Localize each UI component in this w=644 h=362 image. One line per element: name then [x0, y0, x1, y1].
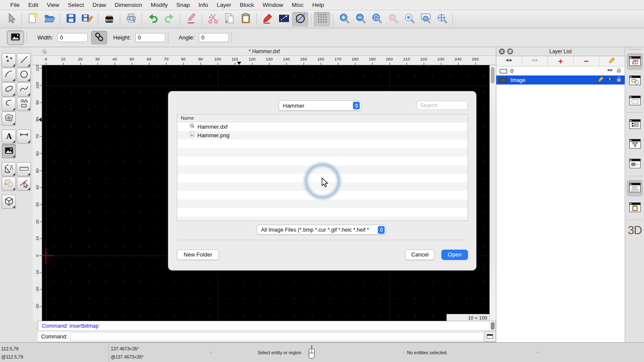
menu-info[interactable]: Info: [194, 0, 213, 10]
search-input[interactable]: [417, 101, 468, 110]
layer-row-0[interactable]: 0: [496, 66, 625, 75]
laser-panel-button[interactable]: [627, 156, 643, 172]
link-dimensions-button[interactable]: [91, 31, 107, 45]
line-tool-button[interactable]: [17, 53, 31, 67]
solid-tool-button[interactable]: [2, 195, 16, 209]
command-line-panel-button[interactable]: [627, 180, 643, 196]
show-all-eye-button[interactable]: [496, 56, 522, 66]
dock-drag-handle[interactable]: [629, 49, 641, 50]
v-ruler-tickline: [39, 85, 42, 86]
layer-list-panel-button[interactable]: [627, 54, 643, 70]
measure-tool-button[interactable]: [17, 162, 31, 176]
layer-list-title: Layer List: [496, 47, 625, 56]
menu-help[interactable]: Help: [308, 0, 328, 10]
image-tool-button[interactable]: [2, 144, 16, 158]
distance-button[interactable]: [276, 12, 292, 27]
menu-modify[interactable]: Modify: [146, 0, 172, 10]
image-tool-button[interactable]: [7, 30, 24, 45]
zoom-in-button[interactable]: [336, 12, 352, 27]
menu-snap[interactable]: Snap: [172, 0, 194, 10]
menu-block[interactable]: Block: [236, 0, 258, 10]
menu-file[interactable]: File: [6, 0, 24, 10]
zoom-previous-button[interactable]: [401, 12, 417, 27]
name-column-header[interactable]: Name: [177, 115, 468, 122]
polygon-tool-button[interactable]: [17, 97, 31, 111]
command-input[interactable]: [70, 332, 484, 341]
menu-select[interactable]: Select: [64, 0, 88, 10]
zoom-auto-button[interactable]: [368, 12, 385, 27]
lock-icon[interactable]: [616, 67, 622, 75]
eye-icon[interactable]: [607, 67, 613, 75]
v-ruler-tickline: [39, 307, 42, 307]
menu-window[interactable]: Window: [258, 0, 288, 10]
location-dropdown[interactable]: Hammer: [279, 100, 361, 111]
svg-export-button[interactable]: SVG: [101, 12, 117, 27]
canvas-vertical-scrollbar[interactable]: [489, 65, 496, 322]
undo-button[interactable]: [145, 12, 161, 27]
ellipse-tool-button[interactable]: [2, 82, 16, 97]
zoom-selection-button[interactable]: [385, 12, 401, 27]
menu-layer[interactable]: Layer: [213, 0, 236, 10]
text-tool-button[interactable]: A: [2, 130, 16, 144]
arc-tool-button[interactable]: [2, 68, 16, 82]
library-browser-panel-button[interactable]: [627, 93, 643, 109]
menu-draw[interactable]: Draw: [88, 0, 111, 10]
select-entity-tool-button[interactable]: [17, 177, 31, 191]
clipboard-panel-button[interactable]: [627, 200, 643, 216]
width-input[interactable]: [58, 33, 88, 42]
hide-all-eye-button[interactable]: [522, 56, 548, 66]
selection-filter-panel-button[interactable]: [627, 136, 643, 153]
scrollbar-thumb[interactable]: [491, 322, 495, 330]
file-row[interactable]: Hammer.dxf: [177, 122, 468, 131]
eye-icon[interactable]: [607, 76, 613, 84]
dimension-tool-button[interactable]: [17, 130, 31, 144]
zoom-out-button[interactable]: [352, 12, 368, 27]
file-type-filter-dropdown[interactable]: All Image Files (*.bmp *.cur *.gif *.hei…: [257, 225, 386, 235]
edit-layer-button[interactable]: [599, 56, 625, 66]
new-file-button[interactable]: [24, 12, 41, 27]
modify-tool-button[interactable]: [2, 177, 16, 191]
polyline-tool-button[interactable]: [2, 97, 16, 111]
paste-button[interactable]: [237, 12, 254, 27]
delete-button[interactable]: [183, 12, 199, 27]
cut-button[interactable]: [205, 12, 221, 27]
command-history-scrollbar[interactable]: [489, 322, 495, 330]
copy-button[interactable]: [221, 12, 237, 27]
spline-tool-button[interactable]: [17, 82, 31, 97]
open-file-button[interactable]: [41, 12, 57, 27]
height-input[interactable]: [135, 33, 165, 42]
new-folder-button[interactable]: New Folder: [177, 250, 219, 260]
property-editor-panel-button[interactable]: [627, 117, 643, 133]
menu-view[interactable]: View: [43, 0, 64, 10]
print-preview-button[interactable]: [123, 12, 139, 27]
menu-dimension[interactable]: Dimension: [110, 0, 146, 10]
save-button[interactable]: [63, 12, 79, 27]
grid-button[interactable]: [314, 12, 330, 27]
layer-row-image[interactable]: Image: [496, 75, 625, 84]
remove-layer-button[interactable]: −: [574, 56, 599, 66]
redo-button[interactable]: [161, 12, 177, 27]
open-button[interactable]: Open: [441, 250, 468, 260]
draft-mode-button[interactable]: [292, 12, 308, 27]
add-layer-button[interactable]: +: [548, 56, 574, 66]
scrollbar-thumb[interactable]: [491, 67, 495, 83]
pointer-button[interactable]: [3, 12, 19, 27]
save-as-button[interactable]: [79, 12, 95, 27]
command-window-toggle-button[interactable]: [484, 332, 495, 342]
hatch-tool-button[interactable]: [2, 112, 16, 126]
pencil-icon[interactable]: [598, 76, 604, 84]
draft-tools-tool-button[interactable]: [2, 162, 16, 176]
3d-view-button[interactable]: 3D: [625, 224, 644, 237]
pen-button[interactable]: [259, 12, 276, 27]
points-tool-button[interactable]: [2, 53, 16, 67]
file-row[interactable]: Hammer.png: [177, 131, 468, 139]
lock-icon[interactable]: [616, 76, 622, 84]
circle-tool-button[interactable]: [17, 68, 31, 82]
menu-misc[interactable]: Misc: [288, 0, 308, 10]
angle-input[interactable]: [199, 33, 229, 42]
zoom-pan-button[interactable]: [434, 12, 450, 27]
menu-edit[interactable]: Edit: [24, 0, 43, 10]
block-list-panel-button[interactable]: [627, 73, 643, 89]
cancel-button[interactable]: Cancel: [405, 250, 434, 260]
zoom-window-button[interactable]: [417, 12, 434, 27]
